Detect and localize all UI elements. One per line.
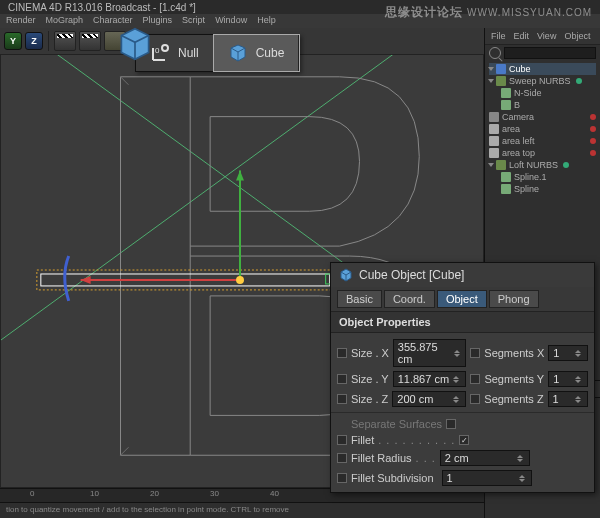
anim-dot[interactable] (337, 435, 347, 445)
row-size-y: Size . Y 11.867 cm Segments Y 1 (337, 369, 588, 389)
search-icon (489, 47, 501, 59)
object-manager-menu: File Edit View Object (485, 28, 600, 45)
anim-dot[interactable] (337, 394, 347, 404)
attr-tabs: Basic Coord. Object Phong (331, 287, 594, 311)
render-active-view-button[interactable] (79, 31, 101, 51)
object-tree: Cube Sweep NURBS N-Side B Camera area ar… (485, 61, 600, 197)
label-size-z: Size . Z (351, 393, 388, 405)
label-seg-x: Segments X (484, 347, 544, 359)
attr-tab-basic[interactable]: Basic (337, 290, 382, 308)
svg-point-18 (236, 276, 244, 284)
cube-icon (228, 43, 248, 63)
tick-30: 30 (210, 489, 219, 498)
menu-render[interactable]: Render (6, 15, 36, 27)
row-size-z: Size . Z 200 cm Segments Z 1 (337, 389, 588, 409)
input-size-z[interactable]: 200 cm (392, 391, 466, 407)
checkbox-separate-surfaces[interactable] (446, 419, 456, 429)
label-separate-surfaces: Separate Surfaces (351, 418, 442, 430)
anim-dot[interactable] (337, 374, 347, 384)
menu-mograph[interactable]: MoGraph (46, 15, 84, 27)
tree-item-cube[interactable]: Cube (489, 63, 596, 75)
tick-10: 10 (90, 489, 99, 498)
anim-dot[interactable] (470, 348, 480, 358)
object-manager-search (485, 45, 600, 61)
tick-20: 20 (150, 489, 159, 498)
attr-tab-coord[interactable]: Coord. (384, 290, 435, 308)
label-size-y: Size . Y (351, 373, 389, 385)
render-picture-viewer-button[interactable] (54, 31, 76, 51)
axis-z-toggle[interactable]: Z (25, 32, 43, 50)
window-title: CINEMA 4D R13.016 Broadcast - [1.c4d *] (8, 2, 196, 13)
search-input[interactable] (504, 47, 596, 59)
label-fillet-radius: Fillet Radius (351, 452, 412, 464)
tree-item-loft-nurbs[interactable]: Loft NURBS (489, 159, 596, 171)
anim-dot[interactable] (337, 348, 347, 358)
tree-item-spline[interactable]: Spline (489, 183, 596, 195)
label-size-x: Size . X (351, 347, 389, 359)
menu-character[interactable]: Character (93, 15, 133, 27)
svg-text:0: 0 (155, 46, 160, 55)
dots: . . . . . . . . . . (378, 434, 455, 446)
dots: . . . (416, 452, 436, 464)
attr-header: Cube Object [Cube] (331, 263, 594, 287)
tree-item-area-left[interactable]: area left (489, 135, 596, 147)
anim-dot[interactable] (470, 374, 480, 384)
svg-line-10 (121, 77, 129, 85)
om-menu-file[interactable]: File (491, 31, 506, 41)
attr-section-title: Object Properties (331, 311, 594, 333)
om-menu-view[interactable]: View (537, 31, 556, 41)
tree-item-camera[interactable]: Camera (489, 111, 596, 123)
checkbox-fillet[interactable] (459, 435, 469, 445)
svg-line-11 (121, 447, 129, 455)
tree-item-nside[interactable]: N-Side (489, 87, 596, 99)
input-seg-z[interactable]: 1 (548, 391, 588, 407)
label-fillet: Fillet (351, 434, 374, 446)
create-cube-item[interactable]: Cube (214, 35, 300, 71)
svg-point-4 (162, 45, 168, 51)
row-size-x: Size . X 355.875 cm Segments X 1 (337, 337, 588, 369)
input-fillet-subdivision[interactable]: 1 (442, 470, 532, 486)
axis-y-toggle[interactable]: Y (4, 32, 22, 50)
primitive-create-popup: 0 Null Cube (135, 34, 300, 72)
label-seg-z: Segments Z (484, 393, 543, 405)
primitive-menu-icon[interactable] (118, 27, 152, 61)
watermark-url: WWW.MISSYUAN.COM (467, 7, 592, 18)
anim-dot[interactable] (337, 473, 347, 483)
anim-dot[interactable] (337, 453, 347, 463)
null-icon: 0 (150, 43, 170, 63)
separator (331, 412, 594, 413)
watermark-cn: 思缘设计论坛 (385, 5, 463, 19)
attr-title: Cube Object [Cube] (359, 268, 464, 282)
svg-marker-15 (81, 276, 91, 284)
tree-item-b[interactable]: B (489, 99, 596, 111)
tree-item-area[interactable]: area (489, 123, 596, 135)
svg-marker-17 (236, 170, 244, 180)
row-fillet-subdivision: Fillet Subdivision 1 (337, 468, 588, 488)
axis-gizmo (81, 170, 336, 284)
menu-help[interactable]: Help (257, 15, 276, 27)
attr-body: Size . X 355.875 cm Segments X 1 Size . … (331, 333, 594, 492)
om-menu-object[interactable]: Object (564, 31, 590, 41)
menu-script[interactable]: Script (182, 15, 205, 27)
menu-window[interactable]: Window (215, 15, 247, 27)
input-size-x[interactable]: 355.875 cm (393, 339, 467, 367)
watermark: 思缘设计论坛 WWW.MISSYUAN.COM (385, 4, 592, 21)
attr-tab-phong[interactable]: Phong (489, 290, 539, 308)
input-fillet-radius[interactable]: 2 cm (440, 450, 530, 466)
row-fillet: Fillet . . . . . . . . . . (337, 432, 588, 448)
row-separate-surfaces: Separate Surfaces (337, 416, 588, 432)
anim-dot[interactable] (470, 394, 480, 404)
toolbar-divider (48, 31, 49, 51)
input-seg-x[interactable]: 1 (548, 345, 588, 361)
om-menu-edit[interactable]: Edit (514, 31, 530, 41)
create-cube-label: Cube (256, 46, 285, 60)
tree-item-area-top[interactable]: area top (489, 147, 596, 159)
input-size-y[interactable]: 11.867 cm (393, 371, 467, 387)
menu-plugins[interactable]: Plugins (143, 15, 173, 27)
input-seg-y[interactable]: 1 (548, 371, 588, 387)
tree-item-spline1[interactable]: Spline.1 (489, 171, 596, 183)
attr-tab-object[interactable]: Object (437, 290, 487, 308)
tree-item-sweep-nurbs[interactable]: Sweep NURBS (489, 75, 596, 87)
status-bar: tion to quantize movement / add to the s… (0, 503, 484, 518)
create-null-label: Null (178, 46, 199, 60)
